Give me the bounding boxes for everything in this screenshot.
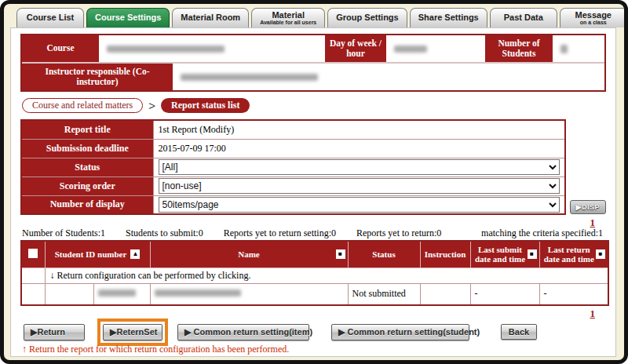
tab-label: Course Settings bbox=[95, 13, 161, 22]
sort-asc-icon[interactable]: ▲ bbox=[130, 249, 140, 259]
number-of-display-label: Number of display bbox=[21, 195, 153, 214]
page-link-bottom[interactable]: 1 bbox=[590, 308, 596, 319]
page-link-top[interactable]: 1 bbox=[590, 217, 596, 228]
num-students-value bbox=[554, 35, 604, 62]
redacted-course-name bbox=[107, 46, 225, 53]
select-all-checkbox[interactable] bbox=[28, 249, 38, 258]
row-checkbox-cell bbox=[21, 283, 45, 305]
filter-table: Report title 1st Report (Modify) Submiss… bbox=[20, 119, 566, 215]
tab-label: Group Settings bbox=[336, 13, 398, 22]
status-select[interactable]: [All] bbox=[159, 159, 560, 175]
redacted-student-id bbox=[98, 289, 136, 297]
tab-share-settings[interactable]: Share Settings bbox=[410, 8, 487, 27]
breadcrumb-report-status-list: Report status list bbox=[161, 98, 250, 113]
pagination-top: 1 bbox=[20, 216, 606, 228]
app-window: Course List Course Settings Material Roo… bbox=[0, 0, 628, 364]
display-count-select[interactable]: 50items/page bbox=[159, 197, 560, 213]
redacted-instructor-name bbox=[181, 74, 318, 81]
col-student-id-label: Student ID number bbox=[55, 249, 127, 260]
instructor-label: Instructor responsible (Co-instructor) bbox=[22, 64, 174, 90]
col-last-submit-label: Last submit date and time bbox=[473, 245, 528, 264]
redacted-num-students bbox=[560, 45, 568, 53]
stat-yet-return-setting: Reports yet to return setting:0 bbox=[224, 228, 336, 239]
sort-toggle-icon[interactable]: ■ bbox=[596, 249, 605, 259]
tab-group-settings[interactable]: Group Settings bbox=[327, 8, 407, 27]
breadcrumb-separator-icon: > bbox=[148, 99, 155, 112]
submission-deadline-label: Submission deadline bbox=[21, 139, 153, 158]
return-footnote: ↑ Return the report for which return con… bbox=[20, 344, 606, 355]
report-title-value: 1st Report (Modify) bbox=[153, 120, 565, 139]
table-note-row: ↓ Return configuration can be performed … bbox=[21, 268, 608, 283]
day-of-week-label: Day of week / hour bbox=[323, 35, 388, 62]
day-of-week-value bbox=[388, 35, 484, 62]
instructor-value bbox=[174, 64, 604, 90]
tab-label: Message bbox=[575, 11, 612, 20]
stat-matching-criteria: matching the criteria specified:1 bbox=[481, 228, 603, 239]
col-status-label: Status bbox=[372, 249, 395, 260]
submission-deadline-value: 2015-07-09 17:00 bbox=[153, 139, 565, 158]
filter-section: Report title 1st Report (Modify) Submiss… bbox=[20, 119, 606, 215]
pagination-bottom: 1 bbox=[20, 307, 606, 318]
redacted-day-of-week bbox=[394, 46, 427, 53]
report-title-label: Report title bbox=[21, 120, 153, 139]
tab-message-on-class[interactable]: Message on a class bbox=[560, 8, 627, 27]
breadcrumb-course-related[interactable]: Course and related matters bbox=[22, 98, 143, 113]
redacted-student-name bbox=[155, 289, 241, 297]
tab-label: Share Settings bbox=[418, 13, 479, 22]
retern-set-button[interactable]: ▶ReternSet bbox=[103, 324, 162, 340]
status-label: Status bbox=[21, 158, 153, 177]
stat-number-of-students: Number of Students:1 bbox=[22, 228, 105, 239]
col-last-return-label: Last return date and time bbox=[542, 245, 597, 264]
tab-material-all-users[interactable]: Material Available for all users bbox=[251, 8, 325, 27]
row-student-id-cell bbox=[93, 283, 150, 305]
scoring-order-label: Scoring order bbox=[21, 177, 153, 195]
num-students-label: Number of Students bbox=[484, 35, 554, 62]
sort-toggle-icon[interactable]: ■ bbox=[336, 249, 345, 259]
sort-toggle-icon[interactable]: ■ bbox=[528, 249, 537, 259]
tab-material-room[interactable]: Material Room bbox=[172, 8, 249, 27]
row-instruction-cell bbox=[420, 283, 470, 305]
tab-course-settings[interactable]: Course Settings bbox=[86, 8, 170, 27]
stat-yet-to-return: Reports yet to return:0 bbox=[356, 228, 441, 239]
row-status-cell: Not submitted bbox=[348, 283, 420, 305]
course-info-table: Course Day of week / hour Number of Stud… bbox=[20, 34, 606, 92]
table-row[interactable]: Not submitted - - bbox=[21, 283, 608, 305]
report-list-table: Student ID number ▲ Name ■ Status Instru… bbox=[20, 240, 609, 306]
return-config-note: ↓ Return configuration can be performed … bbox=[45, 268, 608, 283]
disp-button[interactable]: ▶DISP bbox=[570, 200, 606, 214]
annotation-highlight-box: ▶ReternSet bbox=[97, 318, 168, 346]
main-panel: Course Day of week / hour Number of Stud… bbox=[10, 27, 616, 357]
tab-label: Material Room bbox=[181, 13, 240, 22]
row-last-return-cell: - bbox=[539, 283, 608, 305]
row-name-cell bbox=[150, 283, 348, 305]
common-return-setting-student-button[interactable]: ▶ Common return setting(student) bbox=[331, 324, 469, 340]
course-value bbox=[100, 35, 323, 62]
tab-label: Material bbox=[272, 11, 305, 20]
action-button-row: ▶Return ▶ReternSet ▶ Common return setti… bbox=[20, 322, 606, 341]
stats-line: Number of Students:1 Students to submit:… bbox=[20, 228, 606, 240]
table-header-row: Student ID number ▲ Name ■ Status Instru… bbox=[21, 241, 608, 268]
tab-sublabel: on a class bbox=[580, 20, 607, 25]
course-label: Course bbox=[22, 35, 100, 62]
scoring-order-select[interactable]: [non-use] bbox=[159, 178, 560, 194]
col-name-label: Name bbox=[238, 249, 260, 260]
tab-label: Past Data bbox=[504, 13, 543, 22]
tab-sublabel: Available for all users bbox=[260, 20, 316, 25]
return-button[interactable]: ▶Return bbox=[24, 324, 85, 340]
row-return-setting-cell[interactable] bbox=[45, 283, 93, 305]
tab-course-list[interactable]: Course List bbox=[16, 8, 84, 27]
tab-bar: Course List Course Settings Material Roo… bbox=[10, 6, 616, 27]
breadcrumb: Course and related matters > Report stat… bbox=[22, 97, 606, 114]
col-instruction-label: Instruction bbox=[425, 249, 466, 260]
back-button[interactable]: Back bbox=[501, 324, 537, 340]
stat-students-to-submit: Students to submit:0 bbox=[126, 228, 203, 239]
common-return-setting-item-button[interactable]: ▶ Common return setting(item) bbox=[177, 324, 309, 340]
tab-label: Course List bbox=[27, 13, 75, 22]
row-last-submit-cell: - bbox=[470, 283, 539, 305]
tab-past-data[interactable]: Past Data bbox=[490, 8, 557, 27]
